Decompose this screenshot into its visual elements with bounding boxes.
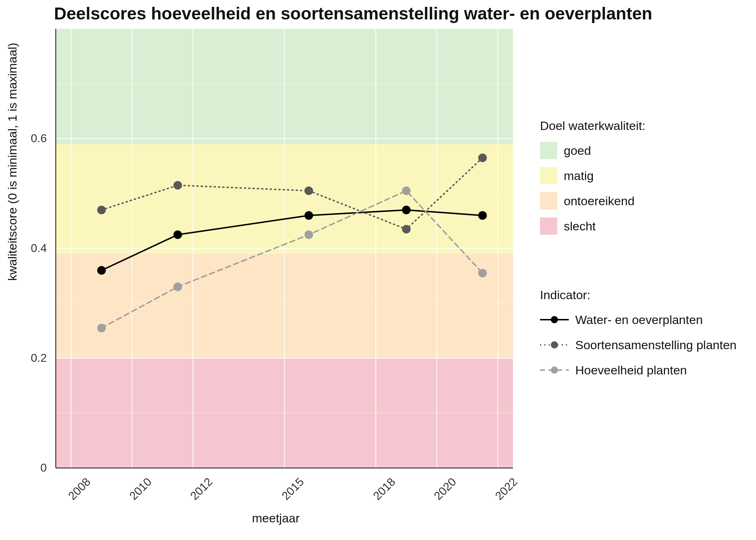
line-sample [540, 312, 569, 327]
x-tick: 2012 [188, 475, 215, 503]
svg-point-23 [551, 366, 558, 374]
color-swatch [540, 167, 557, 184]
legend-quality-item: slecht [540, 216, 645, 237]
plot-area [52, 29, 517, 472]
y-axis-label: kwaliteitscore (0 is minimaal, 1 is maxi… [5, 43, 19, 281]
data-point [174, 230, 182, 239]
data-point [478, 153, 487, 162]
data-point [305, 186, 313, 195]
color-swatch [540, 217, 557, 235]
color-swatch [540, 192, 557, 210]
data-point [174, 283, 182, 291]
color-swatch [540, 142, 557, 159]
legend-quality: Doel waterkwaliteit: goedmatigontoereike… [540, 119, 645, 241]
x-tick: 2008 [66, 475, 94, 503]
line-sample [540, 338, 569, 352]
legend-quality-item: goed [540, 140, 645, 161]
svg-point-21 [551, 341, 558, 348]
x-tick: 2018 [370, 475, 398, 503]
legend-quality-item: matig [540, 165, 645, 186]
legend-indicator: Indicator: Water- en oeverplantenSoorten… [540, 288, 737, 385]
data-point [97, 266, 106, 275]
data-point [402, 186, 411, 195]
legend-label: slecht [564, 219, 596, 233]
x-tick: 2010 [127, 475, 154, 503]
data-point [97, 324, 106, 332]
legend-label: Hoeveelheid planten [575, 363, 687, 377]
legend-indicator-item: Hoeveelheid planten [540, 360, 737, 381]
data-point [402, 206, 411, 214]
legend-quality-item: ontoereikend [540, 190, 645, 211]
data-point [174, 181, 182, 190]
data-point [478, 211, 487, 220]
legend-label: Water- en oeverplanten [575, 313, 703, 327]
data-point [478, 269, 487, 278]
x-tick: 2022 [492, 475, 520, 503]
legend-label: Soortensamenstelling planten [575, 338, 737, 352]
y-tick: 0.2 [18, 351, 47, 365]
x-axis-label: meetjaar [252, 511, 300, 525]
data-point [402, 225, 411, 234]
line-sample [540, 363, 569, 377]
legend-label: goed [564, 144, 591, 158]
x-tick: 2015 [279, 475, 307, 503]
legend-quality-title: Doel waterkwaliteit: [540, 119, 645, 133]
chart-container: Deelscores hoeveelheid en soortensamenst… [0, 0, 756, 540]
data-point [305, 211, 313, 220]
legend-label: ontoereikend [564, 194, 635, 208]
legend-indicator-item: Water- en oeverplanten [540, 309, 737, 330]
data-point [305, 230, 313, 239]
legend-indicator-item: Soortensamenstelling planten [540, 334, 737, 355]
svg-point-19 [551, 316, 558, 323]
y-tick: 0.6 [18, 132, 47, 145]
x-tick: 2020 [432, 475, 459, 503]
data-point [97, 206, 106, 214]
y-tick: 0.4 [18, 242, 47, 255]
y-tick: 0 [18, 461, 47, 474]
legend-indicator-title: Indicator: [540, 288, 737, 302]
legend-label: matig [564, 169, 594, 183]
chart-title: Deelscores hoeveelheid en soortensamenst… [54, 4, 652, 23]
